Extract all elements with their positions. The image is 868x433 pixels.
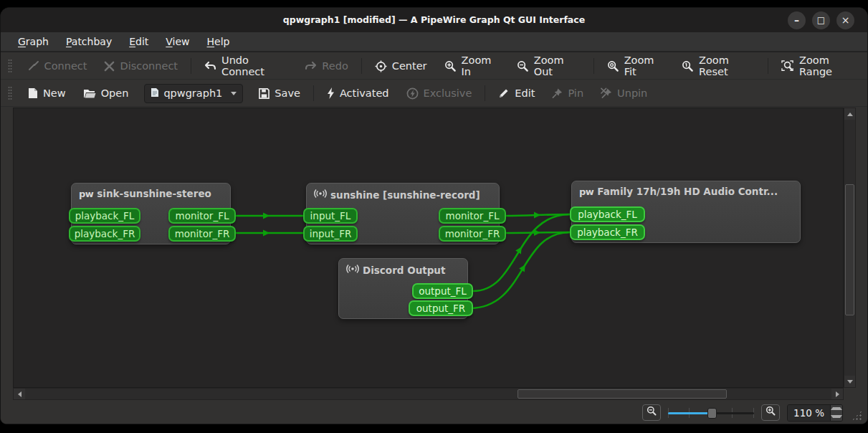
undo-connect-button[interactable]: Undo Connect	[196, 54, 296, 77]
port-output-fr[interactable]: output_FR	[409, 300, 473, 316]
app-window: qpwgraph1 [modified] — A PipeWire Graph …	[0, 7, 868, 424]
redo-icon	[305, 61, 317, 72]
center-button[interactable]: Center	[366, 60, 436, 72]
scroll-up-button[interactable]	[844, 108, 855, 120]
unpin-button[interactable]: Unpin	[592, 87, 656, 99]
close-button[interactable]: ×	[836, 11, 854, 29]
spin-down-button[interactable]	[831, 413, 842, 421]
menubar: Graph Patchbay Edit View Help	[1, 32, 867, 52]
zoom-fit-icon	[607, 60, 619, 72]
toolbar-separator	[768, 58, 768, 74]
toolbar-separator	[593, 58, 594, 74]
save-button[interactable]: Save	[250, 87, 309, 99]
port-output-fl[interactable]: output_FL	[412, 283, 473, 299]
toolbar-separator	[485, 85, 485, 101]
redo-button[interactable]: Redo	[296, 60, 356, 72]
pencil-icon	[498, 87, 510, 99]
new-file-icon	[28, 87, 38, 99]
disconnect-button[interactable]: Disconnect	[95, 60, 186, 72]
toolbar-separator	[361, 58, 362, 74]
chevron-down-icon	[231, 92, 237, 95]
menu-graph[interactable]: Graph	[11, 34, 56, 49]
menu-view[interactable]: View	[158, 34, 196, 49]
save-icon	[259, 88, 270, 99]
horizontal-scroll-thumb[interactable]	[518, 389, 727, 399]
zoom-reset-icon	[682, 60, 694, 72]
open-button[interactable]: Open	[75, 87, 138, 99]
port-playback-fr[interactable]: playback_FR	[570, 224, 645, 240]
exclusive-button[interactable]: Exclusive	[398, 87, 481, 100]
horizontal-scrollbar[interactable]	[13, 388, 844, 400]
undo-icon	[204, 61, 216, 72]
zoom-in-button[interactable]: Zoom In	[436, 54, 508, 77]
connection-wires	[14, 108, 844, 388]
window-resize-grip[interactable]	[852, 410, 862, 421]
menu-help[interactable]: Help	[200, 34, 237, 49]
spin-up-button[interactable]	[831, 405, 842, 413]
toolbar-separator	[313, 85, 314, 101]
toolbar-graph: Connect Disconnect Undo Connect Redo Cen…	[1, 53, 867, 80]
toolbar-drag-handle[interactable]	[8, 86, 12, 100]
edit-button[interactable]: Edit	[490, 87, 543, 99]
lightning-icon	[327, 87, 335, 99]
wire-discordFR-playbackFR	[469, 232, 570, 308]
patchbay-profile-select[interactable]: qpwgraph1	[144, 84, 243, 103]
zoom-slider-handle[interactable]	[707, 408, 717, 419]
zoom-reset-button[interactable]: Zoom Reset	[673, 54, 763, 77]
minimize-button[interactable]: –	[788, 11, 806, 29]
unpin-icon	[601, 87, 612, 99]
center-icon	[375, 60, 387, 72]
port-monitor-fl[interactable]: monitor_FL	[439, 208, 506, 224]
zoom-out-small-button[interactable]	[642, 404, 661, 421]
menu-edit[interactable]: Edit	[122, 34, 156, 49]
zoom-out-icon	[647, 406, 657, 419]
port-input-fr[interactable]: input_FR	[303, 226, 358, 242]
port-playback-fr[interactable]: playback_FR	[69, 226, 140, 242]
port-input-fl[interactable]: input_FL	[303, 208, 358, 224]
new-button[interactable]: New	[19, 87, 75, 99]
scroll-down-button[interactable]	[844, 376, 855, 387]
zoom-in-icon	[444, 60, 457, 72]
zoom-in-small-button[interactable]	[761, 404, 780, 421]
open-folder-icon	[83, 88, 96, 99]
zoom-out-button[interactable]: Zoom Out	[508, 54, 589, 77]
port-playback-fl[interactable]: playback_FL	[570, 206, 645, 222]
zoom-in-icon	[766, 406, 776, 419]
window-title: qpwgraph1 [modified] — A PipeWire Graph …	[1, 8, 867, 32]
scroll-right-button[interactable]	[831, 389, 843, 399]
zoom-percent-spinbox[interactable]: 110 %	[787, 404, 843, 422]
pin-button[interactable]: Pin	[543, 87, 592, 99]
toolbar-separator	[191, 58, 191, 74]
port-playback-fl[interactable]: playback_FL	[69, 208, 140, 224]
zoom-range-icon	[781, 60, 794, 72]
port-monitor-fr[interactable]: monitor_FR	[439, 226, 506, 242]
zoom-slider[interactable]	[668, 406, 754, 420]
statusbar: 110 %	[1, 400, 867, 424]
zoom-slider-track	[712, 412, 754, 414]
patchbay-file-icon	[151, 87, 159, 100]
lightning-circle-icon	[406, 87, 419, 100]
maximize-button[interactable]: □	[812, 11, 830, 29]
zoom-out-icon	[517, 60, 529, 72]
patchbay-profile-value: qpwgraph1	[163, 87, 222, 99]
menu-patchbay[interactable]: Patchbay	[59, 34, 119, 49]
toolbar-patchbay: New Open qpwgraph1 Save Activated Exclus…	[1, 80, 867, 107]
zoom-slider-filled-track	[668, 412, 712, 414]
connect-icon	[28, 60, 39, 72]
titlebar[interactable]: qpwgraph1 [modified] — A PipeWire Graph …	[1, 8, 867, 32]
toolbar-drag-handle[interactable]	[8, 59, 12, 73]
zoom-range-button[interactable]: Zoom Range	[773, 54, 867, 77]
disconnect-icon	[104, 61, 115, 72]
pin-icon	[552, 87, 563, 99]
port-monitor-fr[interactable]: monitor_FR	[168, 226, 236, 242]
activated-button[interactable]: Activated	[318, 87, 398, 99]
port-monitor-fl[interactable]: monitor_FL	[168, 208, 236, 224]
vertical-scrollbar[interactable]	[844, 108, 856, 388]
zoom-percent-value[interactable]: 110 %	[788, 405, 830, 421]
connect-button[interactable]: Connect	[19, 60, 96, 72]
graph-canvas[interactable]: pw sink-sunshine-stereo sunshine [sunshi…	[13, 108, 844, 388]
vertical-scroll-thumb[interactable]	[845, 184, 854, 315]
scroll-left-button[interactable]	[14, 389, 25, 399]
zoom-fit-button[interactable]: Zoom Fit	[598, 54, 673, 77]
